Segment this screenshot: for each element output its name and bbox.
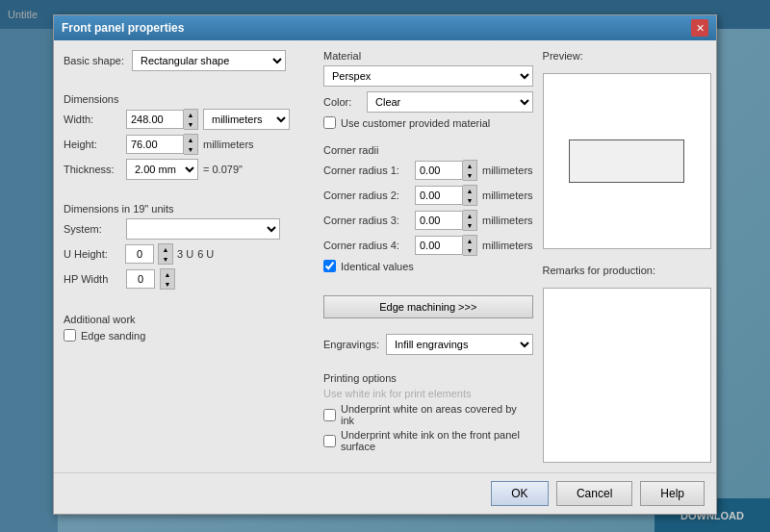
customer-material-label: Use customer provided material [341, 117, 490, 129]
radius3-input[interactable] [415, 211, 463, 230]
help-button[interactable]: Help [640, 481, 705, 506]
corner-radii-section: Corner radii Corner radius 1: ▲ ▼ millim… [323, 144, 533, 275]
dialog-title: Front panel properties [62, 21, 184, 35]
radius1-input[interactable] [415, 161, 463, 180]
u-height-down-button[interactable]: ▼ [159, 254, 172, 264]
width-spinner-buttons: ▲ ▼ [184, 109, 198, 130]
ok-button[interactable]: OK [491, 481, 549, 506]
thickness-select[interactable]: 2.00 mm [126, 159, 198, 180]
material-type-select[interactable]: Perspex Aluminum [323, 65, 533, 87]
hp-width-spinner-buttons: ▲ ▼ [160, 268, 175, 290]
radius2-row: Corner radius 2: ▲ ▼ millimeters [323, 185, 533, 206]
app-title: Untitle [8, 9, 38, 20]
preview-label: Preview: [543, 50, 711, 62]
radius3-spinner: ▲ ▼ [415, 210, 477, 231]
u-height-up-button[interactable]: ▲ [159, 244, 172, 254]
dialog-titlebar: Front panel properties ✕ [54, 15, 716, 40]
underprint2-checkbox[interactable] [323, 435, 336, 447]
material-label: Material [323, 50, 533, 62]
radius3-up-button[interactable]: ▲ [463, 211, 476, 220]
height-input[interactable] [126, 135, 184, 154]
radius4-input[interactable] [415, 236, 463, 255]
front-panel-dialog: Front panel properties ✕ Basic shape: Re… [53, 14, 717, 515]
dimensions-section: Dimensions Width: ▲ ▼ millimeters [64, 93, 314, 184]
additional-work-section: Additional work Edge sanding [64, 314, 314, 344]
u-height-input[interactable] [125, 244, 154, 264]
underprint1-row: Underprint white on areas covered by ink [323, 403, 533, 426]
height-label: Height: [64, 139, 121, 150]
radius4-label: Corner radius 4: [323, 240, 410, 251]
hp-width-up-button[interactable]: ▲ [161, 269, 174, 279]
radius2-label: Corner radius 2: [323, 190, 410, 201]
system-row: System: [64, 218, 314, 240]
remarks-box[interactable] [543, 288, 711, 464]
system-select[interactable] [126, 218, 280, 240]
height-down-button[interactable]: ▼ [184, 144, 197, 154]
edge-sanding-checkbox[interactable] [64, 329, 76, 342]
printing-label: Printing options [323, 372, 533, 384]
thickness-label: Thickness: [64, 164, 121, 175]
radius1-down-button[interactable]: ▼ [463, 170, 476, 180]
radius3-label: Corner radius 3: [323, 215, 410, 226]
width-input[interactable] [126, 110, 184, 129]
cancel-button[interactable]: Cancel [556, 481, 632, 506]
dialog-close-button[interactable]: ✕ [691, 19, 708, 37]
edge-machining-button[interactable]: Edge machining >>> [323, 295, 533, 318]
radius2-input[interactable] [415, 186, 463, 205]
radius1-up-button[interactable]: ▲ [463, 161, 476, 170]
color-select[interactable]: Clear Black [367, 91, 533, 113]
right-panel: Preview: Remarks for production: [543, 50, 711, 463]
width-unit-select[interactable]: millimeters [203, 109, 290, 130]
hp-width-label: HP Width [64, 273, 121, 285]
radius4-down-button[interactable]: ▼ [463, 245, 476, 255]
radius4-row: Corner radius 4: ▲ ▼ millimeters [323, 235, 533, 256]
radius4-up-button[interactable]: ▲ [463, 236, 476, 245]
width-label: Width: [64, 114, 121, 125]
u-height-spinner-buttons: ▲ ▼ [158, 243, 173, 265]
dialog-body: Basic shape: Rectangular shape Dimension… [54, 40, 716, 472]
app-sidebar [0, 29, 58, 532]
edge-machining-container: Edge machining >>> [323, 295, 533, 318]
color-label: Color: [323, 96, 362, 108]
engravings-label: Engravings: [323, 339, 381, 350]
customer-material-row: Use customer provided material [323, 116, 533, 129]
radius2-down-button[interactable]: ▼ [463, 195, 476, 205]
underprint1-checkbox[interactable] [323, 409, 336, 421]
height-row: Height: ▲ ▼ millimeters [64, 134, 314, 155]
engravings-row: Engravings: Infill engravings No engravi… [323, 334, 533, 355]
radius4-unit: millimeters [482, 240, 533, 251]
radius2-spinner: ▲ ▼ [415, 185, 477, 206]
hp-width-input[interactable] [126, 269, 155, 289]
underprint2-label: Underprint white ink on the front panel … [341, 429, 533, 452]
color-row: Color: Clear Black [323, 91, 533, 113]
dimensions-19-section: Dimensions in 19" units System: U Height… [64, 203, 314, 293]
preview-shape [569, 139, 684, 183]
u-height-spinner: ▲ ▼ [158, 243, 173, 265]
radius3-row: Corner radius 3: ▲ ▼ millimeters [323, 210, 533, 231]
edge-sanding-label: Edge sanding [81, 330, 145, 342]
radius3-down-button[interactable]: ▼ [463, 220, 476, 230]
material-section: Material Perspex Aluminum Color: Clear B… [323, 50, 533, 132]
radius2-up-button[interactable]: ▲ [463, 186, 476, 195]
radius2-spinner-buttons: ▲ ▼ [463, 185, 477, 206]
hp-width-down-button[interactable]: ▼ [161, 279, 174, 289]
width-down-button[interactable]: ▼ [184, 119, 197, 129]
engravings-select[interactable]: Infill engravings No engravings [386, 334, 533, 355]
radius1-row: Corner radius 1: ▲ ▼ millimeters [323, 160, 533, 181]
identical-values-checkbox[interactable] [323, 260, 336, 272]
height-unit: millimeters [203, 139, 254, 150]
height-up-button[interactable]: ▲ [184, 135, 197, 144]
radius2-unit: millimeters [482, 190, 533, 201]
basic-shape-label: Basic shape: [64, 55, 124, 66]
hp-width-spinner: ▲ ▼ [160, 268, 175, 290]
thickness-equals: = 0.079" [203, 164, 243, 175]
basic-shape-row: Basic shape: Rectangular shape [64, 50, 314, 71]
width-up-button[interactable]: ▲ [184, 110, 197, 119]
radius4-spinner: ▲ ▼ [415, 235, 477, 256]
radius1-unit: millimeters [482, 165, 533, 176]
customer-material-checkbox[interactable] [323, 116, 336, 129]
basic-shape-select[interactable]: Rectangular shape [132, 50, 286, 71]
white-ink-label: Use white ink for print elements [323, 388, 471, 399]
printing-section: Printing options Use white ink for print… [323, 372, 533, 455]
radius1-spinner-buttons: ▲ ▼ [463, 160, 477, 181]
